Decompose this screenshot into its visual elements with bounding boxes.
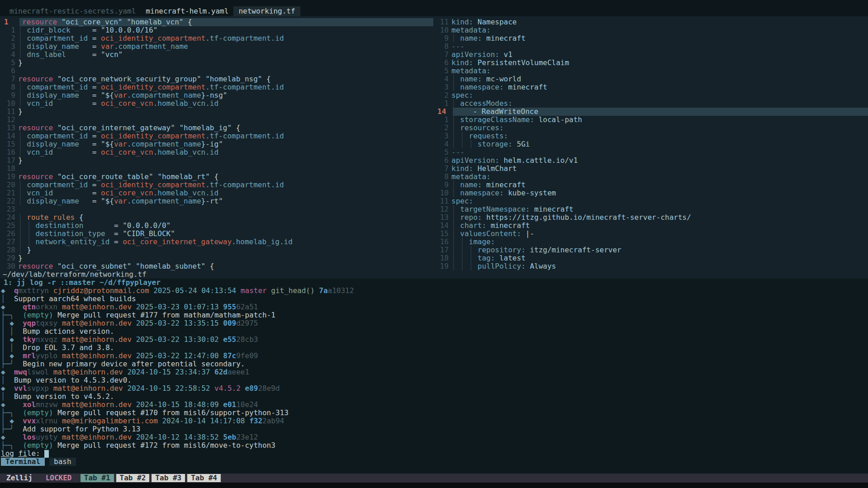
editor-pane-networking-tf[interactable]: 1resource "oci_core_vcn" "homelab_vcn" {… <box>0 16 433 279</box>
code-line[interactable]: 26│ │ destination_type = "CIDR_BLOCK" <box>0 230 433 238</box>
text-segment: │ │ <box>451 132 469 140</box>
text-segment: kind: <box>451 164 478 173</box>
code-line[interactable]: 1│ accessModes: <box>433 99 868 108</box>
code-line[interactable]: 5--- <box>433 148 868 156</box>
text-segment: ◆ <box>9 351 23 360</box>
code-line[interactable] <box>433 270 868 279</box>
pager-tab-terminal[interactable]: Terminal <box>1 458 45 466</box>
code-line[interactable]: 7kind: HelmChart <box>433 165 868 173</box>
code-line[interactable]: 23 <box>0 205 433 213</box>
code-line[interactable]: 7apiVersion: v1 <box>433 51 868 59</box>
code-line[interactable]: 15│ display_name = "${var.compartment_na… <box>0 140 433 148</box>
code-line[interactable]: 4│ │ │ storage: 5Gi <box>433 140 868 148</box>
editor-pane-minecraft-helm-yaml[interactable]: 11kind: Namespace10metadata:9│ name: min… <box>433 16 868 279</box>
text-segment: vvl <box>14 384 27 393</box>
code-line[interactable]: 2│ compartment_id = oci_identity_compart… <box>0 34 433 43</box>
text-segment: "homelab_rt" <box>157 172 210 181</box>
code-line[interactable]: 13resource "oci_core_internet_gateway" "… <box>0 124 433 132</box>
code-line[interactable]: 17│ │ │ repository: itzg/minecraft-serve… <box>433 246 868 254</box>
text-segment: │ <box>451 75 460 83</box>
code-line[interactable]: 4│ name: mc-world <box>433 75 868 83</box>
code-line[interactable]: 2│ resources: <box>433 124 868 132</box>
code-line[interactable]: 9│ name: minecraft <box>433 34 868 43</box>
zellij-tab-4[interactable]: Tab #4 <box>187 474 221 482</box>
code-line[interactable]: 14│ chart: minecraft <box>433 222 868 230</box>
code-line[interactable]: 7resource "oci_core_network_security_gro… <box>0 75 433 83</box>
text-segment <box>49 368 53 376</box>
code-line[interactable]: 16│ vcn_id = oci_core_vcn.homelab_vcn.id <box>0 148 433 156</box>
buffer-tab-minecraft-restic-secrets.yaml[interactable]: minecraft-restic-secrets.yaml <box>5 6 141 16</box>
text-segment: oci_identity_compartment <box>101 180 205 189</box>
code-line[interactable]: 2spec: <box>433 91 868 99</box>
code-line[interactable]: 24│ route_rules { <box>0 213 433 222</box>
code-line[interactable]: 10metadata: <box>433 26 868 34</box>
code-line[interactable]: 6 <box>0 67 433 75</box>
code-line[interactable]: 12 <box>0 116 433 124</box>
text-segment: 62d <box>214 368 228 376</box>
code-line[interactable]: 3│ namespace: minecraft <box>433 83 868 91</box>
zellij-tab-2[interactable]: Tab #2 <box>116 474 150 482</box>
code-line[interactable]: 11spec: <box>433 197 868 205</box>
text-segment: xlrnu <box>36 417 57 425</box>
buffer-tab-minecraft-helm.yaml[interactable]: minecraft-helm.yaml <box>141 6 233 16</box>
code-line[interactable]: 1│ storageClassName: local-path <box>433 116 868 124</box>
cursor-line[interactable]: 1resource "oci_core_vcn" "homelab_vcn" { <box>0 18 433 26</box>
code-line[interactable]: 14│ compartment_id = oci_identity_compar… <box>0 132 433 140</box>
code-line[interactable]: 19│ │ │ pullPolicy: Always <box>433 262 868 270</box>
code-line[interactable]: 12│ targetNamespace: minecraft <box>433 205 868 213</box>
code-line[interactable]: 9│ display_name = "${var.compartment_nam… <box>0 91 433 99</box>
code-line[interactable]: 11kind: Namespace <box>433 18 868 26</box>
text-segment: 955 <box>223 303 236 311</box>
buffer-tab-networking.tf[interactable]: networking.tf <box>233 6 300 16</box>
code-line[interactable]: 15│ valuesContent: |- <box>433 230 868 238</box>
code-line[interactable]: 9│ name: minecraft <box>433 181 868 189</box>
code-line[interactable]: 17} <box>0 156 433 165</box>
code-line[interactable]: 8metadata: <box>433 173 868 181</box>
text-segment: 23e12 <box>236 433 258 441</box>
code-line[interactable]: 13│ repo: https://itzg.github.io/minecra… <box>433 213 868 222</box>
text-segment: 2025-03-23 01:07:13 <box>136 303 219 311</box>
zellij-tab-1[interactable]: Tab #1 <box>81 474 114 482</box>
code-line[interactable]: 16│ │ image: <box>433 238 868 246</box>
text-segment: - <box>473 107 482 116</box>
line-number: 4 <box>433 75 449 83</box>
pager-tab-bash[interactable]: bash <box>49 458 76 466</box>
code-line[interactable]: 3│ │ requests: <box>433 132 868 140</box>
code-line[interactable]: 20│ compartment_id = oci_identity_compar… <box>0 181 433 189</box>
code-line[interactable]: 27│ │ network_entity_id = oci_core_inter… <box>0 238 433 246</box>
code-line[interactable]: 5} <box>0 59 433 67</box>
text-segment: git_head() <box>271 286 314 295</box>
code-line[interactable]: 11} <box>0 108 433 116</box>
code-line[interactable]: 19resource "oci_core_route_table" "homel… <box>0 173 433 181</box>
cursor-line[interactable]: 14│ │ - ReadWriteOnce <box>433 108 868 116</box>
code-line[interactable]: 3│ display_name = var.compartment_name <box>0 43 433 51</box>
line-number: 17 <box>0 156 15 165</box>
zellij-screen: minecraft-restic-secrets.yamlminecraft-h… <box>0 0 868 488</box>
text-segment <box>57 433 62 441</box>
code-line[interactable]: 18 <box>0 165 433 173</box>
code-line[interactable]: 30resource "oci_core_subnet" "homelab_su… <box>0 262 433 270</box>
code-line[interactable]: 25│ │ destination = "0.0.0.0/0" <box>0 222 433 230</box>
code-line[interactable]: 22│ display_name = "${var.compartment_na… <box>0 197 433 205</box>
code-line[interactable]: 10│ namespace: kube-system <box>433 189 868 197</box>
code-line[interactable]: 5metadata: <box>433 67 868 75</box>
code-line[interactable]: 29} <box>0 254 433 262</box>
terminal-pane[interactable]: 1: jj log -r ::master ~/d/ffpyplayer ◆ q… <box>0 279 868 474</box>
text-segment: "oci_core_vcn" <box>62 18 123 26</box>
code-line[interactable]: 21│ vcn_id = oci_core_vcn.homelab_vcn.id <box>0 189 433 197</box>
text-segment: minecraft <box>486 34 526 43</box>
code-line[interactable]: 8│ compartment_id = oci_identity_compart… <box>0 83 433 91</box>
log-file-prompt[interactable]: log file: <box>0 450 868 458</box>
text-segment: local-path <box>539 115 582 124</box>
code-line[interactable]: 28│ } <box>0 246 433 254</box>
code-line[interactable]: 6apiVersion: helm.cattle.io/v1 <box>433 156 868 165</box>
code-line[interactable]: 6kind: PersistentVolumeClaim <box>433 59 868 67</box>
text-segment: ├─╮ <box>1 441 23 450</box>
text-segment: │ <box>18 140 27 148</box>
code-line[interactable]: 8--- <box>433 43 868 51</box>
zellij-tab-3[interactable]: Tab #3 <box>152 474 185 482</box>
code-line[interactable]: 1│ cidr_block = "10.0.0.0/16" <box>0 26 433 34</box>
code-line[interactable]: 4│ dns_label = "vcn" <box>0 51 433 59</box>
code-line[interactable]: 10│ vcn_id = oci_core_vcn.homelab_vcn.id <box>0 99 433 108</box>
code-line[interactable]: 18│ │ │ tag: latest <box>433 254 868 262</box>
